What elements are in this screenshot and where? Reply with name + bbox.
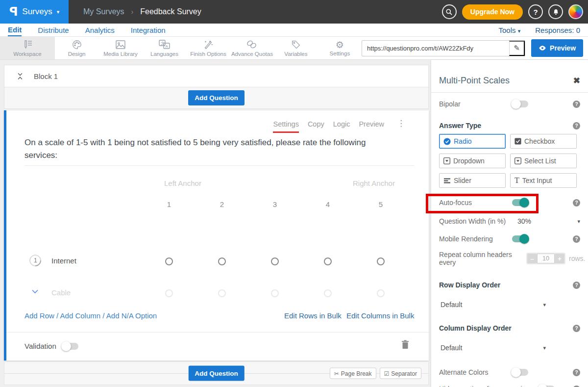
- add-column-link[interactable]: Add Column: [60, 311, 101, 320]
- radio-button[interactable]: [271, 258, 279, 265]
- slider-icon: [443, 178, 451, 184]
- toolbar-item-workspace[interactable]: Workspace: [0, 37, 55, 59]
- question-width-value[interactable]: 30%: [517, 217, 531, 225]
- help-icon[interactable]: ?: [573, 282, 580, 289]
- toolbar-item-advance-quotas[interactable]: Advance Quotas: [230, 37, 274, 59]
- repeat-headers-label: Repeat column headers every: [439, 251, 526, 266]
- radio-button[interactable]: [165, 258, 173, 265]
- radio-button[interactable]: [218, 258, 226, 265]
- divider: [6, 332, 429, 333]
- add-question-button-top[interactable]: Add Question: [188, 90, 245, 105]
- question-tab-copy[interactable]: Copy: [308, 120, 324, 131]
- help-icon[interactable]: ?: [573, 325, 580, 332]
- separator-button[interactable]: ☑ Separator: [380, 368, 421, 379]
- column-header[interactable]: 2: [196, 200, 248, 208]
- toolbar-item-languages[interactable]: 文A Languages: [143, 37, 186, 59]
- left-anchor-placeholder[interactable]: Left Anchor: [164, 179, 201, 187]
- column-header[interactable]: 4: [301, 200, 354, 208]
- search-button[interactable]: [442, 4, 457, 19]
- increment-button[interactable]: +: [555, 254, 564, 263]
- add-question-button-bottom[interactable]: Add Question: [188, 366, 245, 381]
- tab-analytics[interactable]: Analytics: [85, 24, 115, 36]
- question-tab-preview[interactable]: Preview: [359, 120, 384, 131]
- search-icon: [445, 8, 453, 16]
- matrix-row-label[interactable]: Cable: [51, 288, 71, 297]
- answer-type-slider[interactable]: Slider: [439, 173, 506, 188]
- answer-type-checkbox[interactable]: Checkbox: [510, 134, 577, 149]
- rows-suffix-label: rows.: [569, 255, 585, 262]
- tab-integration[interactable]: Integration: [131, 24, 166, 36]
- repeat-headers-input[interactable]: [537, 254, 555, 263]
- pencil-icon: ✎: [514, 44, 520, 52]
- answer-type-radio[interactable]: Radio: [439, 134, 506, 149]
- help-icon[interactable]: ?: [573, 101, 580, 108]
- block-header: Block 1: [4, 65, 429, 87]
- column-display-order-select[interactable]: Default ▾: [441, 344, 546, 352]
- bipolar-label: Bipolar: [439, 100, 512, 108]
- close-sidebar-button[interactable]: ✖: [573, 76, 580, 86]
- radio-button[interactable]: [377, 258, 385, 265]
- help-icon[interactable]: ?: [573, 235, 580, 243]
- autofocus-toggle[interactable]: [512, 199, 528, 206]
- toolbar-item-design[interactable]: Design: [55, 37, 98, 59]
- toolbar-item-variables[interactable]: Variables: [274, 37, 318, 59]
- editor-main: Block 1 Add Question Settings Copy Logic…: [0, 60, 588, 387]
- user-avatar[interactable]: [568, 4, 583, 19]
- question-text[interactable]: On a scale of 1-5 with 1 being not satis…: [24, 136, 399, 162]
- radio-button[interactable]: [218, 289, 226, 297]
- column-header[interactable]: 5: [354, 200, 407, 208]
- edit-columns-bulk-link[interactable]: Edit Columns in Bulk: [346, 311, 414, 320]
- add-row-link[interactable]: Add Row: [24, 311, 54, 320]
- edit-url-button[interactable]: ✎: [509, 41, 525, 56]
- notifications-button[interactable]: [548, 4, 563, 19]
- radio-button[interactable]: [324, 258, 332, 265]
- answer-type-label: Answer Type: [439, 122, 512, 129]
- radio-button[interactable]: [271, 289, 279, 297]
- delete-question-button[interactable]: [401, 340, 409, 351]
- help-icon[interactable]: ?: [573, 386, 580, 387]
- preview-button[interactable]: Preview: [531, 39, 583, 57]
- alternate-colors-toggle[interactable]: [512, 369, 528, 376]
- column-header[interactable]: 3: [248, 200, 301, 208]
- add-na-option-link[interactable]: Add N/A Option: [106, 311, 157, 320]
- matrix-row-label[interactable]: Internet: [51, 257, 76, 265]
- page-break-button[interactable]: ✂ Page Break: [330, 368, 376, 379]
- row-display-order-select[interactable]: Default ▾: [441, 301, 546, 309]
- question-tab-logic[interactable]: Logic: [333, 120, 350, 131]
- radio-button[interactable]: [377, 289, 385, 297]
- mobile-rendering-toggle[interactable]: [512, 235, 528, 242]
- breadcrumb-bar: My Surveys › Feedback Survey Upgrade Now…: [69, 0, 588, 24]
- radio-button[interactable]: [324, 289, 332, 297]
- more-options-icon[interactable]: ⋮: [397, 120, 405, 127]
- tab-edit[interactable]: Edit: [8, 24, 22, 36]
- block-title[interactable]: Block 1: [34, 72, 58, 80]
- right-anchor-placeholder[interactable]: Right Anchor: [353, 179, 395, 187]
- collapse-block-button[interactable]: [17, 73, 23, 80]
- radio-button[interactable]: [165, 289, 173, 297]
- answer-type-select-list[interactable]: Select List: [510, 154, 577, 168]
- edit-rows-bulk-link[interactable]: Edit Rows in Bulk: [284, 311, 342, 320]
- help-button[interactable]: ?: [528, 4, 543, 19]
- bipolar-toggle[interactable]: [512, 101, 528, 107]
- answer-type-text-input[interactable]: T Text Input: [510, 173, 577, 188]
- column-header[interactable]: 1: [143, 200, 196, 208]
- toolbar-item-media-library[interactable]: Media Library: [98, 37, 142, 59]
- survey-url-input[interactable]: [362, 45, 509, 52]
- upgrade-now-button[interactable]: Upgrade Now: [462, 4, 523, 20]
- app-switcher[interactable]: P Surveys ▾: [0, 0, 69, 24]
- responses-count[interactable]: Responses: 0: [535, 26, 580, 34]
- breadcrumb-parent[interactable]: My Surveys: [83, 7, 124, 16]
- answer-type-dropdown[interactable]: Dropdown: [439, 154, 506, 168]
- tab-distribute[interactable]: Distribute: [38, 24, 69, 36]
- tools-dropdown[interactable]: Tools ▾: [499, 26, 521, 34]
- help-icon[interactable]: ?: [573, 199, 580, 206]
- help-icon[interactable]: ?: [573, 122, 580, 129]
- validation-toggle[interactable]: [62, 343, 78, 350]
- question-tab-settings[interactable]: Settings: [273, 120, 298, 133]
- help-icon[interactable]: ?: [573, 369, 580, 376]
- toolbar-item-settings[interactable]: ⚙ Settings: [318, 37, 362, 59]
- toolbar-item-finish-options[interactable]: Finish Options: [186, 37, 230, 59]
- row-reorder-chevron[interactable]: [31, 287, 39, 296]
- chevron-down-icon[interactable]: ▾: [577, 218, 580, 225]
- decrement-button[interactable]: –: [527, 254, 537, 263]
